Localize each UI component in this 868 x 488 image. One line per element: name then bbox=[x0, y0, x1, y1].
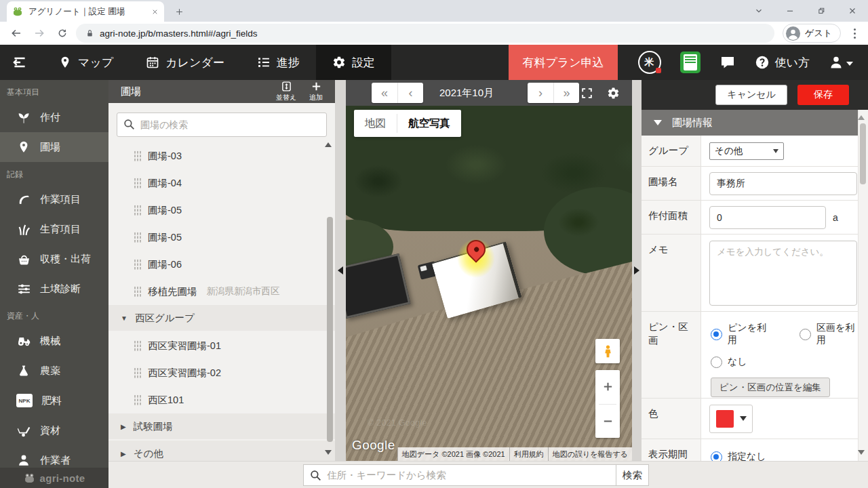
sidebar-item-cropping[interactable]: 作付 bbox=[0, 102, 108, 132]
sidebar-item-harvest-shipping[interactable]: 収穫・出荷 bbox=[0, 244, 108, 274]
zoom-in-button[interactable] bbox=[595, 370, 620, 404]
nav-item-calendar[interactable]: カレンダー bbox=[130, 45, 241, 80]
save-button[interactable]: 保存 bbox=[797, 85, 849, 105]
help-link[interactable]: 使い方 bbox=[755, 55, 810, 70]
drag-handle-icon[interactable] bbox=[134, 232, 142, 243]
drag-handle-icon[interactable] bbox=[134, 340, 142, 352]
tab-close-icon[interactable] bbox=[151, 8, 159, 16]
drag-handle-icon[interactable] bbox=[134, 394, 142, 406]
radio-period-unspecified[interactable] bbox=[711, 451, 722, 462]
profile-chip[interactable]: ゲスト bbox=[783, 24, 841, 43]
field-row[interactable]: 圃場-05 bbox=[108, 224, 335, 251]
drag-handle-icon[interactable] bbox=[134, 150, 142, 162]
sidebar-item-growth-items[interactable]: 生育項目 bbox=[0, 214, 108, 244]
account-menu[interactable] bbox=[829, 55, 853, 70]
field-row[interactable]: 西区実習圃場-02 bbox=[108, 359, 335, 386]
field-row[interactable]: 西区101 bbox=[108, 386, 335, 413]
drag-handle-icon[interactable] bbox=[134, 259, 142, 270]
url-bar[interactable]: agri-note.jp/b/masters.html#/agri_fields bbox=[76, 24, 774, 43]
collapse-detail-handle[interactable] bbox=[632, 80, 642, 461]
nav-item-progress[interactable]: 進捗 bbox=[241, 45, 316, 80]
prev-month-button[interactable]: ‹ bbox=[397, 83, 423, 103]
detail-scroll-up-icon[interactable] bbox=[858, 115, 865, 120]
reload-icon[interactable] bbox=[53, 24, 72, 43]
field-info-section-header[interactable]: 圃場情報 bbox=[642, 110, 868, 136]
window-minimize-icon[interactable] bbox=[774, 0, 806, 22]
color-picker-dropdown[interactable] bbox=[709, 405, 753, 433]
report-error-link[interactable]: 地図の誤りを報告する bbox=[548, 447, 632, 461]
drag-handle-icon[interactable] bbox=[134, 205, 142, 216]
sidebar-item-pesticides[interactable]: 農薬 bbox=[0, 356, 108, 386]
group-select[interactable]: その他 bbox=[709, 142, 784, 160]
sort-button[interactable]: 並替え bbox=[271, 81, 301, 102]
field-row[interactable]: 圃場-04 bbox=[108, 169, 335, 197]
radio-none[interactable] bbox=[711, 357, 722, 368]
sidebar-item-work-items[interactable]: 作業項目 bbox=[0, 184, 108, 214]
sidebar-item-materials[interactable]: 資材 bbox=[0, 415, 108, 445]
detail-scroll-down-icon[interactable] bbox=[858, 450, 865, 455]
back-icon[interactable] bbox=[7, 24, 26, 43]
window-restore-icon[interactable] bbox=[806, 0, 837, 22]
map-canvas[interactable]: © 2021 Google Google 地図データ ©2021 画像 ©202… bbox=[346, 106, 632, 461]
drag-handle-icon[interactable] bbox=[134, 178, 142, 189]
memo-textarea[interactable] bbox=[709, 241, 857, 306]
prev-year-button[interactable]: « bbox=[372, 83, 397, 103]
drag-handle-icon[interactable] bbox=[134, 367, 142, 379]
radio-use-pin[interactable] bbox=[711, 329, 722, 340]
chat-bubble-icon[interactable] bbox=[719, 54, 736, 70]
group-row-shiken[interactable]: ▶試験圃場 bbox=[108, 413, 335, 441]
edit-pin-position-button[interactable]: ピン・区画の位置を編集 bbox=[711, 378, 830, 397]
drag-handle-icon[interactable] bbox=[134, 286, 142, 298]
field-row[interactable]: 西区実習圃場-01 bbox=[108, 332, 335, 359]
area-input[interactable] bbox=[709, 206, 826, 229]
rice-check-icon[interactable]: 米 bbox=[638, 51, 661, 74]
address-search-input[interactable] bbox=[303, 464, 616, 486]
list-scroll-up-icon[interactable] bbox=[325, 142, 332, 147]
sidebar-item-soil-diagnosis[interactable]: 土壌診断 bbox=[0, 274, 108, 304]
window-close-icon[interactable] bbox=[837, 0, 868, 22]
zoom-out-button[interactable] bbox=[595, 405, 620, 439]
window-dropdown-icon[interactable] bbox=[743, 0, 774, 22]
nav-item-settings[interactable]: 設定 bbox=[316, 45, 391, 80]
detail-scrollbar-thumb[interactable] bbox=[860, 123, 866, 184]
sidebar-item-machinery[interactable]: 機械 bbox=[0, 326, 108, 356]
group-row-sonota[interactable]: ▶その他 bbox=[108, 441, 335, 461]
collapse-list-handle[interactable] bbox=[335, 80, 346, 461]
new-tab-button[interactable] bbox=[170, 2, 189, 21]
upgrade-plan-button[interactable]: 有料プラン申込 bbox=[509, 45, 617, 80]
field-list-header: 圃場 並替え 追加 bbox=[108, 80, 335, 103]
add-field-button[interactable]: 追加 bbox=[301, 81, 331, 102]
next-month-button[interactable]: › bbox=[528, 83, 553, 103]
nav-collapse-icon[interactable] bbox=[11, 54, 28, 71]
list-scrollbar-thumb[interactable] bbox=[327, 217, 333, 442]
group-field-label: グループ bbox=[642, 136, 701, 166]
browser-menu-icon[interactable] bbox=[848, 24, 861, 43]
field-name-input[interactable] bbox=[709, 172, 857, 195]
radio-use-parcel[interactable] bbox=[800, 329, 811, 340]
browser-tab[interactable]: アグリノート｜設定 圃場 bbox=[7, 1, 164, 22]
fullscreen-icon[interactable] bbox=[580, 87, 593, 100]
nav-item-map[interactable]: マップ bbox=[42, 45, 130, 80]
forward-icon[interactable] bbox=[30, 24, 49, 43]
map-type-satellite-button[interactable]: 航空写真 bbox=[397, 110, 461, 137]
sidebar-item-fields[interactable]: 圃場 bbox=[0, 132, 108, 162]
pegman-streetview-control[interactable] bbox=[595, 339, 620, 363]
search-button[interactable]: 検索 bbox=[616, 464, 649, 486]
collapse-left-icon bbox=[338, 266, 343, 274]
group-row-nishiku[interactable]: ▼西区グループ bbox=[108, 305, 335, 332]
field-row[interactable]: 圃場-06 bbox=[108, 251, 335, 278]
terms-link[interactable]: 利用規約 bbox=[509, 447, 548, 461]
field-row[interactable]: 圃場-05 bbox=[108, 197, 335, 224]
map-settings-gear-icon[interactable] bbox=[607, 87, 620, 100]
map-type-map-button[interactable]: 地図 bbox=[354, 110, 397, 137]
cancel-button[interactable]: キャンセル bbox=[715, 85, 787, 105]
sidebar-item-fertilizer[interactable]: NPK 肥料 bbox=[0, 386, 108, 415]
pesticide-manual-icon[interactable] bbox=[680, 52, 701, 73]
next-year-button[interactable]: » bbox=[553, 83, 579, 103]
field-search-input[interactable] bbox=[117, 113, 327, 137]
field-row[interactable]: 圃場-03 bbox=[108, 142, 335, 169]
field-detail-panel: キャンセル 保存 圃場情報 グループ その他 圃場名 作付面積 bbox=[642, 80, 868, 461]
list-scroll-down-icon[interactable] bbox=[325, 450, 332, 455]
field-row[interactable]: 移植先圃場新潟県新潟市西区 bbox=[108, 278, 335, 305]
tractor-icon bbox=[16, 333, 31, 348]
